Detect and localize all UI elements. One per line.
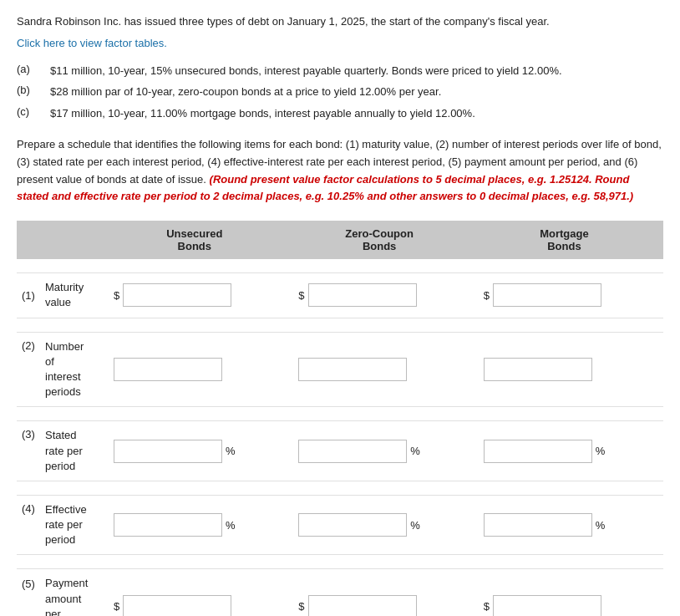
schedule-table: UnsecuredBonds Zero-CouponBonds Mortgage… [17,221,663,616]
unsecured-stated-input[interactable] [114,440,222,463]
empty-cell-1a [281,273,294,318]
empty-cell-5c [650,569,663,616]
zerocoupon-stated-cell: % [293,421,465,481]
header-unsecured: UnsecuredBonds [109,221,281,259]
unsecured-stated-cell: % [109,421,281,481]
debt-desc-c: $17 million, 10-year, 11.00% mortgage bo… [50,105,475,122]
unsecured-effective-input[interactable] [114,513,222,537]
dollar-sign-z5: $ [298,600,304,613]
debt-desc-a: $11 million, 10-year, 15% unsecured bond… [50,63,562,79]
table-row-maturity: (1) Maturityvalue $ $ $ [17,273,663,318]
pct-sign-z4: % [410,519,420,532]
mortgage-maturity-input[interactable] [493,283,601,307]
unsecured-periods-cell [109,332,281,407]
table-row-payment: (5) Paymentamountperperiod $ $ $ [17,569,663,616]
debt-item-b: (b) $28 million par of 10-year, zero-cou… [17,84,663,100]
row-desc-1: Maturityvalue [40,273,109,318]
unsecured-payment-input[interactable] [123,595,231,616]
mortgage-effective-cell: % [479,495,651,555]
mortgage-stated-input[interactable] [484,440,592,463]
mortgage-periods-wrapper [484,358,646,381]
zerocoupon-payment-input[interactable] [308,595,417,616]
header-empty1 [281,221,294,259]
spacer-row-5 [17,555,663,569]
mortgage-periods-input[interactable] [484,358,592,381]
mortgage-payment-cell: $ [479,569,651,616]
factor-tables-link[interactable]: Click here to view factor tables. [17,37,167,49]
dollar-sign-m5: $ [484,600,490,613]
spacer-row-4 [17,481,663,495]
debt-label-b: (b) [17,84,50,96]
row-num-5: (5) [17,569,40,616]
empty-cell-4a [281,495,294,555]
pct-sign-u3: % [226,445,236,457]
table-row-stated: (3) Statedrate perperiod % % % [17,421,663,481]
header-col-label [17,221,109,259]
empty-cell-3b [465,421,479,481]
empty-cell-5a [281,569,294,616]
mortgage-effective-wrapper: % [484,513,646,537]
mortgage-maturity-wrapper: $ [484,283,646,307]
pct-sign-u4: % [226,519,236,532]
unsecured-maturity-wrapper: $ [114,283,276,307]
intro-text: Sandra Robinson Inc. has issued three ty… [17,13,663,30]
debt-item-a: (a) $11 million, 10-year, 15% unsecured … [17,63,663,79]
row-desc-4: Effectiverate perperiod [40,495,109,555]
dollar-sign-z1: $ [298,289,304,302]
row-desc-3: Statedrate perperiod [40,421,109,481]
empty-cell-1b [465,273,479,318]
mortgage-effective-input[interactable] [484,513,592,537]
unsecured-payment-cell: $ [109,569,281,616]
mortgage-payment-input[interactable] [493,595,601,616]
zerocoupon-maturity-wrapper: $ [298,283,460,307]
zerocoupon-effective-wrapper: % [298,513,460,537]
mortgage-stated-wrapper: % [484,440,646,463]
empty-cell-3c [650,421,663,481]
unsecured-periods-wrapper [114,358,276,381]
dollar-sign-m1: $ [484,289,490,302]
debt-label-a: (a) [17,63,50,75]
empty-cell-1c [650,273,663,318]
empty-cell-5b [465,569,479,616]
row-desc-5: Paymentamountperperiod [40,569,109,616]
zerocoupon-periods-wrapper [298,358,460,381]
row-desc-2: Numberofinterestperiods [40,332,109,407]
zerocoupon-effective-input[interactable] [298,513,407,537]
unsecured-periods-input[interactable] [114,358,222,381]
debt-item-c: (c) $17 million, 10-year, 11.00% mortgag… [17,105,663,122]
mortgage-stated-cell: % [479,421,651,481]
row-num-3: (3) [17,421,40,481]
unsecured-maturity-input[interactable] [123,283,231,307]
mortgage-maturity-cell: $ [479,273,651,318]
zerocoupon-maturity-cell: $ [293,273,465,318]
row-num-1: (1) [17,273,40,318]
zerocoupon-maturity-input[interactable] [308,283,417,307]
row-num-2: (2) [17,332,40,407]
empty-cell-4b [465,495,479,555]
unsecured-effective-cell: % [109,495,281,555]
header-zerocoupon: Zero-CouponBonds [293,221,465,259]
unsecured-maturity-cell: $ [109,273,281,318]
mortgage-periods-cell [479,332,651,407]
header-mortgage: MortgageBonds [479,221,651,259]
zerocoupon-stated-input[interactable] [298,440,407,463]
spacer-row-1 [17,259,663,273]
unsecured-payment-wrapper: $ [114,595,276,616]
pct-sign-z3: % [410,445,420,457]
zerocoupon-stated-wrapper: % [298,440,460,463]
empty-cell-2b [465,332,479,407]
zerocoupon-payment-cell: $ [293,569,465,616]
unsecured-effective-wrapper: % [114,513,276,537]
pct-sign-m3: % [596,445,606,457]
row-num-4: (4) [17,495,40,555]
dollar-sign-u1: $ [114,289,119,302]
table-header-row: UnsecuredBonds Zero-CouponBonds Mortgage… [17,221,663,259]
empty-cell-3a [281,421,294,481]
pct-sign-m4: % [596,519,606,532]
zerocoupon-periods-input[interactable] [298,358,407,381]
header-empty2 [465,221,479,259]
empty-cell-2c [650,332,663,407]
instructions: Prepare a schedule that identifies the f… [17,136,663,206]
debt-list: (a) $11 million, 10-year, 15% unsecured … [17,63,663,122]
spacer-row-3 [17,407,663,421]
